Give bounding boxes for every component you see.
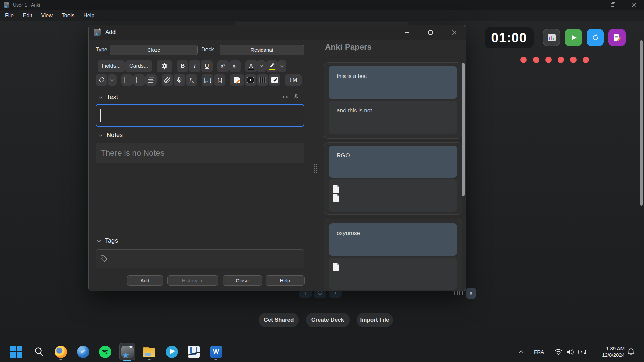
splitter-grip[interactable] [314, 163, 318, 173]
dialog-maximize-button[interactable] [419, 25, 442, 40]
minimize-button[interactable] [582, 0, 602, 10]
timer-dots [520, 57, 589, 63]
notes-field-input[interactable]: There is no Notes [96, 143, 304, 163]
restore-button[interactable] [602, 0, 623, 10]
close-icon [452, 30, 457, 35]
menu-file[interactable]: File [5, 13, 14, 19]
taskbar-word[interactable]: W [209, 345, 223, 358]
close-button[interactable] [623, 0, 644, 10]
menu-view[interactable]: View [41, 13, 52, 19]
start-button[interactable] [9, 345, 23, 358]
favorite-button[interactable]: ♥ [466, 288, 476, 299]
volume-button[interactable] [565, 341, 576, 362]
paper-card-attachments[interactable] [329, 258, 457, 290]
pin-icon[interactable] [294, 94, 298, 100]
notes-field-label: Notes [107, 132, 123, 139]
image-occlusion-button[interactable] [230, 74, 244, 86]
taskbar-file-explorer[interactable] [143, 345, 156, 358]
create-deck-button[interactable]: Create Deck [306, 313, 350, 327]
battery-button[interactable] [577, 341, 588, 362]
ordered-list-button[interactable]: 123 [133, 74, 145, 86]
taskbar-spotify[interactable] [98, 345, 112, 358]
cloze-same-button[interactable]: [..] [214, 74, 225, 86]
document-icon[interactable] [333, 194, 339, 202]
record-audio-button[interactable] [174, 74, 185, 86]
text-color-dropdown[interactable] [257, 60, 266, 72]
taskbar-thunderbird[interactable] [76, 345, 90, 358]
tray-overflow-button[interactable] [516, 341, 526, 362]
document-icon[interactable] [333, 263, 339, 271]
table-icon [259, 77, 266, 83]
bar-chart-icon [548, 34, 556, 41]
eraser-dropdown[interactable] [108, 74, 117, 86]
video-button[interactable] [245, 74, 256, 86]
document-icon[interactable] [333, 185, 339, 193]
collapse-chevron-icon[interactable] [97, 240, 101, 242]
windows-logo-icon [10, 346, 22, 358]
deck-selector[interactable]: Residanat [220, 45, 304, 55]
equation-button[interactable]: ƒx [186, 74, 197, 86]
text-color-button[interactable]: A [245, 60, 257, 72]
taskbar-telegram[interactable] [165, 345, 178, 358]
notifications-button[interactable] [625, 341, 637, 362]
pdf-reader-icon [188, 346, 200, 358]
italic-button[interactable]: I [189, 60, 200, 72]
main-window-controls [582, 0, 644, 10]
align-button[interactable] [145, 74, 157, 86]
highlight-color-button[interactable] [266, 60, 278, 72]
edit-pad-icon [271, 76, 278, 84]
language-indicator[interactable]: FRA [532, 341, 546, 362]
timer-dot [558, 57, 564, 63]
taskbar-pdf-reader[interactable] [187, 345, 200, 358]
subscript-button[interactable]: x₂ [229, 60, 241, 72]
html-editor-icon[interactable]: <> [282, 94, 289, 100]
clock[interactable]: 1:39 AM 12/8/2024 [594, 341, 625, 362]
dialog-minimize-button[interactable] [395, 25, 419, 40]
menu-tools[interactable]: Tools [62, 13, 74, 19]
collapse-chevron-icon[interactable] [99, 134, 103, 137]
wifi-button[interactable] [553, 341, 563, 362]
paper-card-front[interactable]: RGO [329, 146, 457, 178]
bold-button[interactable]: B [177, 60, 188, 72]
fields-button[interactable]: Fields... [98, 60, 125, 72]
eraser-button[interactable] [96, 74, 107, 86]
trademark-button[interactable]: TM [285, 74, 302, 86]
start-timer-button[interactable] [565, 29, 582, 46]
history-button[interactable]: History ▼ [167, 275, 218, 286]
notes-tool-button[interactable] [608, 29, 626, 46]
help-button[interactable]: Help [266, 275, 305, 286]
attach-button[interactable] [162, 74, 173, 86]
unordered-list-button[interactable] [121, 74, 133, 86]
scratchpad-button[interactable] [269, 74, 280, 86]
settings-button[interactable] [157, 60, 172, 72]
reset-timer-button[interactable] [587, 29, 604, 46]
cloze-new-button[interactable]: [..₊] [202, 74, 213, 86]
add-button[interactable]: Add [127, 275, 163, 286]
menu-help[interactable]: Help [83, 13, 94, 19]
import-file-button[interactable]: Import File [357, 313, 393, 327]
highlight-color-dropdown[interactable] [278, 60, 286, 72]
table-button[interactable] [257, 74, 268, 86]
close-dialog-button[interactable]: Close [223, 275, 262, 286]
cloze-same-label: [..] [218, 77, 222, 83]
collapse-chevron-icon[interactable] [99, 96, 103, 99]
stats-button[interactable] [543, 29, 560, 46]
text-field-input[interactable] [96, 104, 304, 127]
taskbar-firefox[interactable] [54, 345, 67, 358]
main-scrollbar[interactable] [640, 40, 643, 206]
papers-scrollbar[interactable] [462, 63, 465, 196]
paper-card-back[interactable]: and this is not [329, 101, 457, 134]
paper-card-attachments[interactable] [329, 179, 457, 212]
paper-card-front[interactable]: oxyurose [329, 223, 457, 256]
tags-input[interactable] [96, 249, 304, 268]
taskbar-anki[interactable]: ★ ★ [121, 345, 134, 358]
underline-button[interactable]: U [201, 60, 213, 72]
taskbar-search-button[interactable] [32, 345, 46, 358]
get-shared-button[interactable]: Get Shared [259, 313, 299, 327]
cards-button[interactable]: Cards... [125, 60, 152, 72]
notetype-selector[interactable]: Cloze [110, 45, 198, 55]
dialog-close-button[interactable] [442, 25, 466, 40]
menu-edit[interactable]: Edit [23, 13, 32, 19]
paper-card-front[interactable]: this is a test [329, 66, 457, 99]
superscript-button[interactable]: x² [217, 60, 229, 72]
